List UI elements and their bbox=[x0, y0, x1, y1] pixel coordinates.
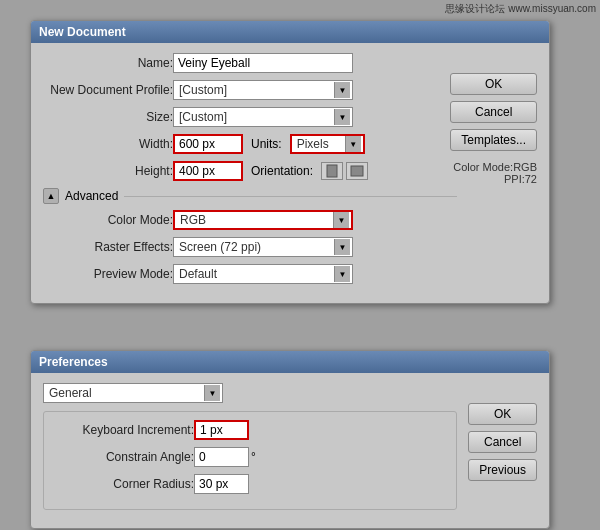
color-mode-row: Color Mode: RGB ▼ bbox=[43, 210, 457, 230]
prefs-form: General ▼ Keyboard Increment: Constrain … bbox=[43, 383, 457, 510]
preview-mode-dropdown-arrow: ▼ bbox=[334, 266, 350, 282]
name-input[interactable] bbox=[173, 53, 353, 73]
prefs-buttons: OK Cancel Previous bbox=[468, 403, 537, 481]
new-doc-buttons: OK Cancel Templates... Color Mode:RGB PP… bbox=[450, 73, 537, 185]
height-label: Height: bbox=[43, 164, 173, 178]
svg-rect-1 bbox=[351, 166, 363, 176]
general-group-box: Keyboard Increment: Constrain Angle: ° C… bbox=[43, 411, 457, 510]
orientation-buttons bbox=[321, 162, 368, 180]
name-row: Name: bbox=[43, 53, 457, 73]
ok-button[interactable]: OK bbox=[450, 73, 537, 95]
color-mode-label: Color Mode: bbox=[43, 213, 173, 227]
width-input[interactable] bbox=[173, 134, 243, 154]
size-dropdown[interactable]: [Custom] ▼ bbox=[173, 107, 353, 127]
preview-mode-label: Preview Mode: bbox=[43, 267, 173, 281]
raster-effects-dropdown[interactable]: Screen (72 ppi) ▼ bbox=[173, 237, 353, 257]
portrait-button[interactable] bbox=[321, 162, 343, 180]
new-doc-form: Name: New Document Profile: [Custom] ▼ S… bbox=[43, 53, 457, 284]
corner-radius-input[interactable] bbox=[194, 474, 249, 494]
prefs-ok-button[interactable]: OK bbox=[468, 403, 537, 425]
orientation-label: Orientation: bbox=[251, 164, 313, 178]
height-row: Height: Orientation: bbox=[43, 161, 457, 181]
preview-mode-dropdown[interactable]: Default ▼ bbox=[173, 264, 353, 284]
previous-button[interactable]: Previous bbox=[468, 459, 537, 481]
width-label: Width: bbox=[43, 137, 173, 151]
new-document-title: New Document bbox=[31, 21, 549, 43]
profile-row: New Document Profile: [Custom] ▼ bbox=[43, 80, 457, 100]
color-mode-dropdown[interactable]: RGB ▼ bbox=[173, 210, 353, 230]
advanced-header: ▲ Advanced bbox=[43, 188, 457, 204]
color-mode-info: Color Mode:RGB PPI:72 bbox=[450, 161, 537, 185]
constrain-angle-row: Constrain Angle: ° bbox=[54, 447, 446, 467]
color-mode-dropdown-arrow: ▼ bbox=[333, 212, 349, 228]
units-label: Units: bbox=[251, 137, 282, 151]
keyboard-increment-row: Keyboard Increment: bbox=[54, 420, 446, 440]
advanced-label: Advanced bbox=[65, 189, 118, 203]
units-dropdown[interactable]: Pixels ▼ bbox=[290, 134, 365, 154]
profile-dropdown[interactable]: [Custom] ▼ bbox=[173, 80, 353, 100]
profile-dropdown-arrow: ▼ bbox=[334, 82, 350, 98]
raster-effects-label: Raster Effects: bbox=[43, 240, 173, 254]
preferences-title: Preferences bbox=[31, 351, 549, 373]
units-dropdown-arrow: ▼ bbox=[345, 136, 361, 152]
corner-radius-label: Corner Radius: bbox=[54, 477, 194, 491]
templates-button[interactable]: Templates... bbox=[450, 129, 537, 151]
constrain-angle-input[interactable] bbox=[194, 447, 249, 467]
general-dropdown-arrow: ▼ bbox=[204, 385, 220, 401]
size-label: Size: bbox=[43, 110, 173, 124]
advanced-toggle[interactable]: ▲ bbox=[43, 188, 59, 204]
cancel-button[interactable]: Cancel bbox=[450, 101, 537, 123]
keyboard-increment-label: Keyboard Increment: bbox=[54, 423, 194, 437]
preview-mode-row: Preview Mode: Default ▼ bbox=[43, 264, 457, 284]
preferences-dialog: Preferences OK Cancel Previous General ▼… bbox=[30, 350, 550, 529]
degree-symbol: ° bbox=[251, 450, 256, 464]
size-dropdown-arrow: ▼ bbox=[334, 109, 350, 125]
constrain-angle-label: Constrain Angle: bbox=[54, 450, 194, 464]
keyboard-increment-input[interactable] bbox=[194, 420, 249, 440]
raster-effects-row: Raster Effects: Screen (72 ppi) ▼ bbox=[43, 237, 457, 257]
corner-radius-row: Corner Radius: bbox=[54, 474, 446, 494]
general-row: General ▼ bbox=[43, 383, 457, 403]
watermark: 思缘设计论坛 www.missyuan.com bbox=[445, 2, 596, 16]
profile-label: New Document Profile: bbox=[43, 83, 173, 97]
landscape-button[interactable] bbox=[346, 162, 368, 180]
height-input[interactable] bbox=[173, 161, 243, 181]
size-row: Size: [Custom] ▼ bbox=[43, 107, 457, 127]
width-row: Width: Units: Pixels ▼ bbox=[43, 134, 457, 154]
raster-effects-dropdown-arrow: ▼ bbox=[334, 239, 350, 255]
svg-rect-0 bbox=[327, 165, 337, 177]
prefs-cancel-button[interactable]: Cancel bbox=[468, 431, 537, 453]
name-label: Name: bbox=[43, 56, 173, 70]
general-dropdown[interactable]: General ▼ bbox=[43, 383, 223, 403]
new-document-dialog: New Document OK Cancel Templates... Colo… bbox=[30, 20, 550, 304]
advanced-section: ▲ Advanced Color Mode: RGB ▼ Raster Effe… bbox=[43, 188, 457, 284]
